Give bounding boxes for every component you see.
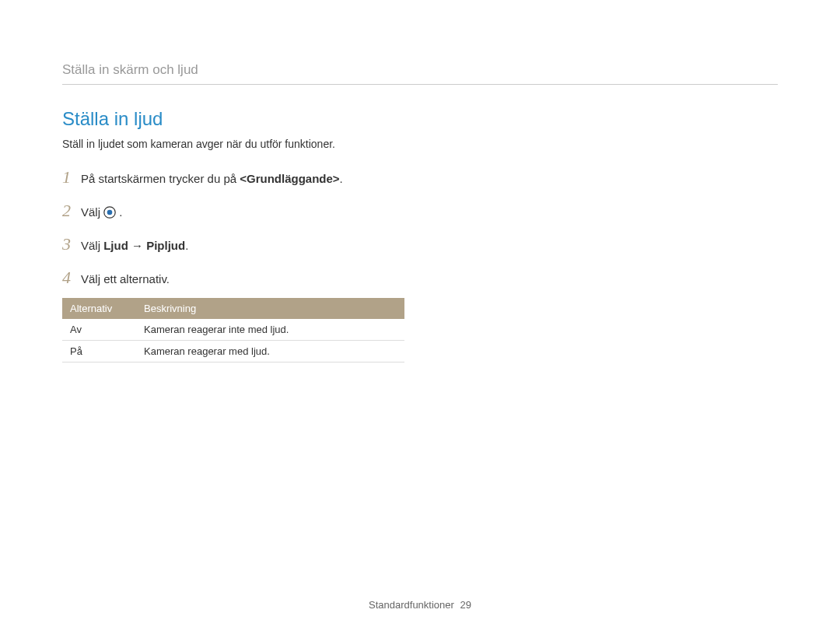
- table-header: Alternativ: [62, 298, 136, 319]
- page-number: 29: [460, 599, 471, 611]
- footer-label: Standardfunktioner: [369, 599, 454, 611]
- table-row: På Kameran reagerar med ljud.: [62, 341, 404, 363]
- step-text-post: .: [340, 172, 343, 185]
- step-text-post: .: [119, 205, 122, 219]
- step-text: Välj .: [81, 204, 778, 222]
- step-text-bold: Ljud: [103, 239, 128, 252]
- breadcrumb: Ställa in skärm och ljud: [62, 62, 778, 78]
- steps-list: 1 På startskärmen trycker du på <Grundlä…: [62, 164, 778, 290]
- step-text: På startskärmen trycker du på <Grundlägg…: [81, 170, 778, 188]
- step-1: 1 På startskärmen trycker du på <Grundlä…: [62, 164, 778, 190]
- step-number: 1: [62, 164, 81, 190]
- step-text-pre: Välj: [81, 239, 103, 252]
- step-4: 4 Välj ett alternativ.: [62, 264, 778, 290]
- section-intro: Ställ in ljudet som kameran avger när du…: [62, 138, 778, 150]
- table-header-row: Alternativ Beskrivning: [62, 298, 404, 319]
- step-text-pre: Välj: [81, 205, 103, 219]
- table-cell: Kameran reagerar inte med ljud.: [136, 319, 404, 341]
- step-3: 3 Välj Ljud → Pipljud.: [62, 231, 778, 257]
- step-2: 2 Välj .: [62, 198, 778, 223]
- step-text: Välj ett alternativ.: [81, 271, 778, 289]
- divider: [62, 84, 778, 85]
- record-icon: [103, 206, 116, 219]
- step-text-pre: På startskärmen trycker du på: [81, 172, 240, 185]
- section-title: Ställa in ljud: [62, 108, 778, 130]
- step-text-post: .: [185, 239, 188, 252]
- table-cell: Av: [62, 319, 136, 341]
- page-footer: Standardfunktioner 29: [0, 599, 840, 611]
- options-table: Alternativ Beskrivning Av Kameran reager…: [62, 298, 404, 363]
- step-number: 3: [62, 231, 81, 257]
- table-header: Beskrivning: [136, 298, 404, 319]
- step-number: 4: [62, 264, 81, 290]
- table-row: Av Kameran reagerar inte med ljud.: [62, 319, 404, 341]
- step-text-bold: <Grundläggande>: [240, 172, 339, 185]
- arrow: →: [128, 239, 146, 252]
- table-cell: Kameran reagerar med ljud.: [136, 341, 404, 363]
- step-text-bold: Pipljud: [146, 239, 185, 252]
- svg-point-1: [107, 210, 113, 215]
- step-text: Välj Ljud → Pipljud.: [81, 237, 778, 255]
- table-cell: På: [62, 341, 136, 363]
- step-number: 2: [62, 198, 81, 223]
